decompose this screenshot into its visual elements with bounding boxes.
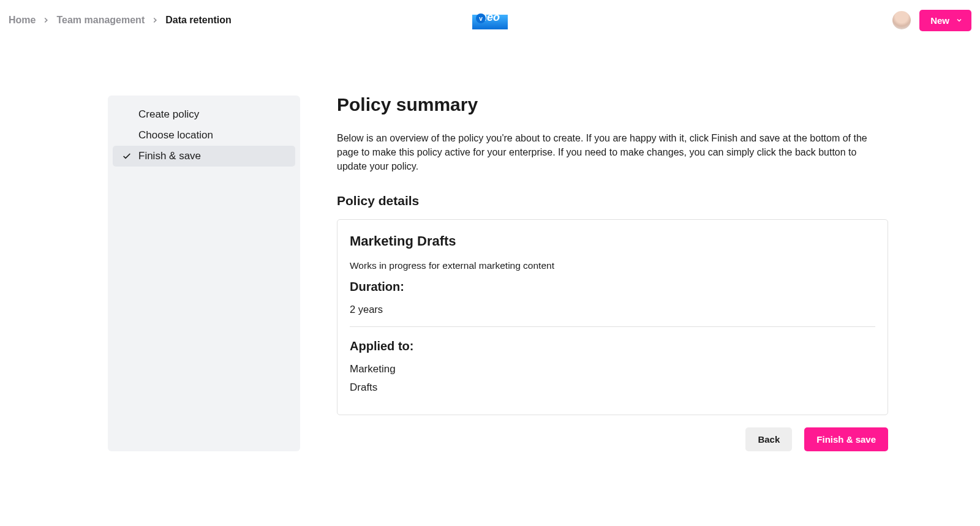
chevron-down-icon <box>956 15 963 26</box>
back-button[interactable]: Back <box>745 427 792 451</box>
duration-value: 2 years <box>350 304 875 315</box>
applied-item: Marketing <box>350 363 875 375</box>
brand-logo[interactable]: v neo <box>472 5 508 29</box>
step-choose-location[interactable]: Choose location <box>113 125 295 146</box>
duration-label: Duration: <box>350 280 875 294</box>
applied-to-label: Applied to: <box>350 339 875 353</box>
step-label: Create policy <box>138 108 199 121</box>
header: Home Team management Data retention v ne… <box>0 0 980 34</box>
wizard-steps-sidebar: Create policy Choose location Finish & s… <box>108 96 300 451</box>
breadcrumb-current: Data retention <box>165 15 232 26</box>
policy-card: Marketing Drafts Works in progress for e… <box>337 219 888 415</box>
main-content: Policy summary Below is an overview of t… <box>300 96 913 451</box>
finish-save-button[interactable]: Finish & save <box>804 427 888 451</box>
avatar[interactable] <box>892 11 911 29</box>
action-row: Back Finish & save <box>337 427 888 451</box>
step-label: Finish & save <box>138 150 201 162</box>
divider <box>350 326 875 327</box>
page-title: Policy summary <box>337 94 888 115</box>
breadcrumb: Home Team management Data retention <box>9 15 232 26</box>
step-finish-save[interactable]: Finish & save <box>113 146 295 167</box>
header-right: New <box>892 10 971 31</box>
new-button[interactable]: New <box>919 10 971 31</box>
breadcrumb-home[interactable]: Home <box>9 15 36 26</box>
check-icon <box>121 151 132 162</box>
new-button-label: New <box>930 15 949 26</box>
step-label: Choose location <box>138 129 213 141</box>
check-icon <box>121 109 132 120</box>
chevron-right-icon <box>42 16 50 24</box>
check-icon <box>121 130 132 141</box>
page-body: Create policy Choose location Finish & s… <box>0 34 980 451</box>
step-create-policy[interactable]: Create policy <box>113 104 295 125</box>
intro-text: Below is an overview of the policy you'r… <box>337 131 888 174</box>
policy-description: Works in progress for external marketing… <box>350 260 875 271</box>
chevron-right-icon <box>151 16 159 24</box>
section-heading-policy-details: Policy details <box>337 193 888 208</box>
breadcrumb-team-management[interactable]: Team management <box>56 15 145 26</box>
applied-item: Drafts <box>350 381 875 394</box>
policy-name: Marketing Drafts <box>350 233 875 249</box>
